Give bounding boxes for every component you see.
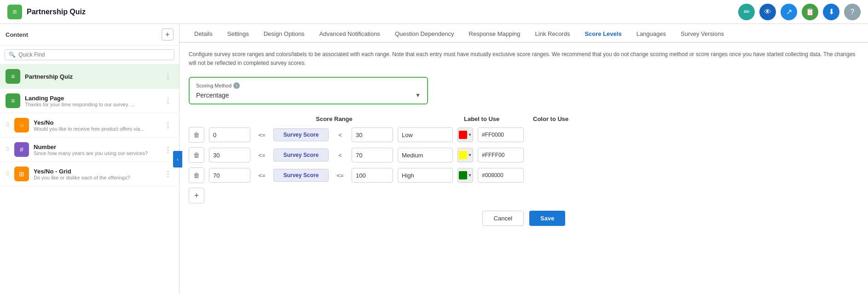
to-value-2[interactable] [352, 148, 393, 162]
app-logo-icon: ≡ [7, 5, 22, 19]
search-icon: 🔍 [9, 52, 16, 58]
sidebar-item-desc-landing-page: Thanks for your time responding to our s… [25, 102, 158, 107]
label-1[interactable] [398, 127, 453, 142]
drag-handle-number[interactable]: ⠿ [6, 146, 10, 153]
tab-survey-versions[interactable]: Survey Versions [673, 24, 731, 43]
edit-button[interactable]: ✏ [738, 4, 755, 20]
survey-score-badge-3: Survey Score [273, 169, 329, 182]
color-swatch-3-arrow: ▼ [468, 173, 472, 178]
info-text: Configure survey score ranges and colors… [189, 50, 859, 68]
sidebar-item-menu-yes-no[interactable]: ⋮ [162, 120, 174, 131]
add-content-button[interactable]: + [162, 29, 174, 40]
download-button[interactable]: ⬇ [823, 4, 839, 20]
sidebar-item-partnership-quiz[interactable]: ≡ Partnership Quiz ⋮ [0, 64, 179, 89]
label-3[interactable] [398, 168, 453, 183]
color-hex-3[interactable] [478, 168, 524, 183]
right-panel: ‹ Details Settings Design Options Advanc… [179, 24, 868, 294]
tab-settings[interactable]: Settings [220, 24, 256, 43]
color-swatch-2-arrow: ▼ [468, 153, 472, 157]
share-button[interactable]: ↗ [781, 4, 797, 20]
sidebar-item-name-number: Number [34, 144, 158, 150]
tabs-bar: Details Settings Design Options Advanced… [179, 24, 868, 43]
cancel-button[interactable]: Cancel [482, 211, 524, 226]
add-row-button[interactable]: + [189, 188, 204, 203]
scoring-method-dropdown-arrow[interactable]: ▼ [415, 92, 421, 98]
sidebar-collapse-button[interactable]: ‹ [173, 151, 182, 167]
sidebar-item-desc-yes-no: Would you like to receive free product o… [34, 126, 158, 132]
search-wrap: 🔍 [5, 49, 174, 60]
sidebar-item-yes-no-grid[interactable]: ⠿ ⊞ Yes/No - Grid Do you like or dislike… [0, 162, 179, 186]
sidebar-item-icon-yes-no: ○ [14, 118, 29, 133]
from-value-1[interactable] [209, 127, 250, 142]
sidebar-item-icon-partnership-quiz: ≡ [6, 69, 20, 84]
from-value-3[interactable] [209, 168, 250, 183]
sidebar-title: Content [6, 31, 28, 38]
sidebar-header: Content + [0, 24, 179, 46]
sidebar-item-menu-landing-page[interactable]: ⋮ [162, 96, 174, 106]
tab-score-levels[interactable]: Score Levels [577, 24, 629, 43]
to-value-3[interactable] [352, 168, 393, 183]
scoring-method-label: Scoring Method i [196, 82, 421, 89]
color-swatch-3-box [459, 171, 467, 179]
main-layout: Content + 🔍 ≡ Partnership Quiz ⋮ ≡ [0, 24, 868, 294]
color-swatch-1-button[interactable]: ▼ [457, 127, 473, 142]
delete-row-3-button[interactable]: 🗑 [189, 167, 204, 183]
sidebar-list: ≡ Partnership Quiz ⋮ ≡ Landing Page Than… [0, 64, 179, 294]
tab-response-mapping[interactable]: Response Mapping [462, 24, 528, 43]
app-title: Partnership Quiz [27, 8, 86, 16]
delete-row-2-button[interactable]: 🗑 [189, 147, 204, 163]
tab-design-options[interactable]: Design Options [256, 24, 312, 43]
preview-button[interactable]: 👁 [759, 4, 776, 20]
drag-handle-yes-no-grid[interactable]: ⠿ [6, 171, 10, 177]
header-actions: ✏ 👁 ↗ 📋 ⬇ ? [738, 4, 861, 20]
sidebar-item-content-landing-page: Landing Page Thanks for your time respon… [25, 95, 158, 107]
sidebar-item-icon-landing-page: ≡ [6, 93, 20, 108]
search-area: 🔍 [0, 46, 179, 64]
sidebar: Content + 🔍 ≡ Partnership Quiz ⋮ ≡ [0, 24, 179, 294]
col-header-score-range: Score Range [274, 115, 394, 122]
content-area: Configure survey score ranges and colors… [179, 43, 868, 294]
footer-buttons: Cancel Save [189, 203, 859, 231]
search-input[interactable] [18, 52, 170, 58]
color-swatch-2-button[interactable]: ▼ [457, 148, 473, 162]
tab-advanced-notifications[interactable]: Advanced Notifications [312, 24, 388, 43]
sidebar-item-name-landing-page: Landing Page [25, 95, 158, 102]
op-lte-3: <= [255, 172, 269, 179]
op-lte-to-3: <= [333, 172, 347, 179]
save-button[interactable]: Save [529, 211, 565, 226]
sidebar-item-icon-yes-no-grid: ⊞ [14, 167, 29, 181]
sidebar-item-content-partnership-quiz: Partnership Quiz [25, 73, 158, 80]
tab-link-records[interactable]: Link Records [528, 24, 578, 43]
color-hex-1[interactable] [478, 127, 524, 142]
tab-question-dependency[interactable]: Question Dependency [388, 24, 462, 43]
color-swatch-3-button[interactable]: ▼ [457, 168, 473, 183]
scoring-method-value: Percentage [196, 92, 229, 99]
sidebar-item-landing-page[interactable]: ≡ Landing Page Thanks for your time resp… [0, 89, 179, 113]
from-value-2[interactable] [209, 148, 250, 162]
delete-row-1-button[interactable]: 🗑 [189, 127, 204, 143]
color-swatch-1-arrow: ▼ [468, 133, 472, 137]
responses-button[interactable]: 📋 [802, 4, 818, 20]
sidebar-item-name: Partnership Quiz [25, 73, 158, 80]
op-lt-1: < [333, 132, 347, 138]
tab-languages[interactable]: Languages [629, 24, 673, 43]
tab-details[interactable]: Details [187, 24, 220, 43]
score-table-headers: Score Range Label to Use Color to Use [189, 115, 859, 122]
color-hex-2[interactable] [478, 148, 524, 162]
sidebar-item-icon-number: # [14, 142, 29, 157]
sidebar-item-menu-number[interactable]: ⋮ [162, 144, 174, 155]
label-2[interactable] [398, 148, 453, 162]
scoring-method-info-icon: i [233, 82, 240, 89]
sidebar-item-content-number: Number Since how many years are you usin… [34, 144, 158, 156]
sidebar-item-menu-yes-no-grid[interactable]: ⋮ [162, 169, 174, 179]
sidebar-item-name-yes-no-grid: Yes/No - Grid [34, 168, 158, 175]
sidebar-item-name-yes-no: Yes/No [34, 119, 158, 126]
help-button[interactable]: ? [844, 4, 861, 20]
sidebar-item-menu-partnership-quiz[interactable]: ⋮ [162, 71, 174, 82]
op-lte-2: <= [255, 152, 269, 159]
drag-handle-yes-no[interactable]: ⠿ [6, 122, 10, 128]
sidebar-item-number[interactable]: ⠿ # Number Since how many years are you … [0, 138, 179, 162]
to-value-1[interactable] [352, 127, 393, 142]
sidebar-item-yes-no[interactable]: ⠿ ○ Yes/No Would you like to receive fre… [0, 113, 179, 138]
sidebar-item-desc-number: Since how many years are you using our s… [34, 150, 158, 156]
